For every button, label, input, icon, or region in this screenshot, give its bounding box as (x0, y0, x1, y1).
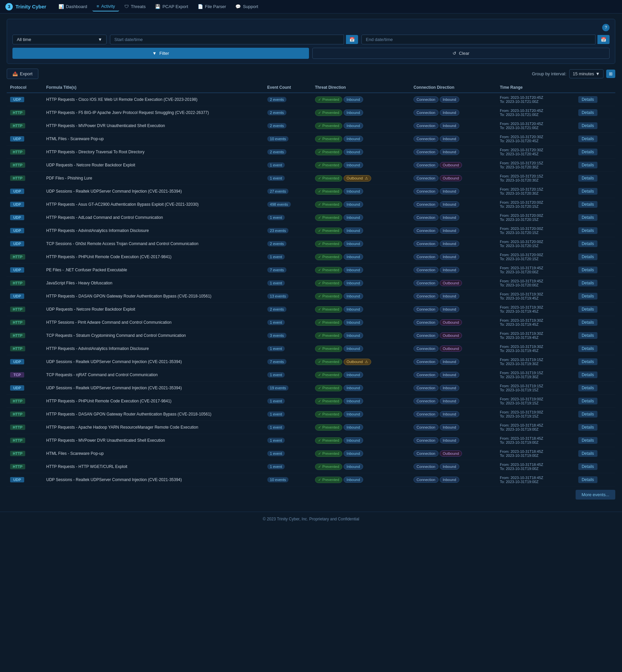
details-button[interactable]: Details (578, 267, 597, 273)
details-button[interactable]: Details (578, 411, 597, 418)
threat-direction-group: ✓ PreventedOutbound ⚠ (315, 359, 407, 365)
details-button[interactable]: Details (578, 319, 597, 326)
grid-view-button[interactable]: ⊞ (606, 70, 615, 78)
cell-event-count: 1 event (264, 421, 312, 434)
details-button[interactable]: Details (578, 372, 597, 378)
details-button[interactable]: Details (578, 109, 597, 116)
nav-item-dashboard[interactable]: 📊 Dashboard (55, 2, 92, 11)
prevented-badge: ✓ Prevented (315, 477, 342, 483)
details-button[interactable]: Details (578, 122, 597, 129)
details-button[interactable]: Details (578, 306, 597, 313)
cell-event-count: 23 events (264, 224, 312, 237)
export-button[interactable]: 📤 Export (7, 69, 38, 79)
details-button[interactable]: Details (578, 385, 597, 391)
nav-item-pcap-export[interactable]: 💾 PCAP Export (151, 2, 192, 11)
filter-row-top: ? (12, 24, 610, 31)
details-button[interactable]: Details (578, 96, 597, 103)
details-button[interactable]: Details (578, 476, 597, 483)
logo-icon: 3 (5, 3, 13, 10)
more-events-button[interactable]: More events... (576, 490, 615, 500)
start-date-input[interactable]: Start date/time (110, 35, 344, 44)
page-footer: © 2023 Trinity Cyber, Inc. Proprietary a… (0, 511, 622, 526)
cell-formula: HTTP Requests - AdvinstAnalytics Informa… (43, 342, 264, 355)
nav-item-file-parser[interactable]: 📄 File Parser (194, 2, 230, 11)
protocol-badge: HTTP (10, 175, 25, 181)
prevented-badge: ✓ Prevented (315, 385, 342, 391)
cell-protocol: UDP (7, 355, 43, 368)
details-button[interactable]: Details (578, 450, 597, 457)
details-button[interactable]: Details (578, 201, 597, 208)
cell-details: Details (575, 159, 615, 172)
details-button[interactable]: Details (578, 188, 597, 194)
cell-connection-direction: ConnectionInbound (410, 434, 496, 447)
details-button[interactable]: Details (578, 345, 597, 352)
details-button[interactable]: Details (578, 136, 597, 142)
event-count-badge: 1 event (267, 425, 285, 430)
cell-formula: HTTP Requests - MVPower DVR Unauthentica… (43, 434, 264, 447)
details-button[interactable]: Details (578, 332, 597, 339)
threat-direction-group: ✓ PreventedOutbound ⚠ (315, 175, 407, 181)
threat-direction-group: ✓ PreventedInbound (315, 451, 407, 457)
connection-direction-group: ConnectionInbound (414, 359, 493, 365)
start-date-calendar-icon[interactable]: 📅 (346, 35, 358, 44)
details-button[interactable]: Details (578, 162, 597, 168)
time-range-select[interactable]: All time ▼ (12, 35, 107, 44)
connection-dir-badge: Inbound (440, 201, 459, 207)
cell-event-count: 7 events (264, 263, 312, 277)
details-button[interactable]: Details (578, 437, 597, 444)
connection-dir-badge: Inbound (440, 293, 459, 299)
cell-details: Details (575, 460, 615, 473)
clear-button[interactable]: ↺ Clear (312, 48, 610, 59)
nav-item-threats[interactable]: 🛡 Threats (120, 2, 150, 11)
end-date-input[interactable]: End date/time (361, 35, 595, 44)
details-button[interactable]: Details (578, 149, 597, 155)
nav-item-support[interactable]: 💬 Support (231, 2, 262, 11)
end-date-calendar-icon[interactable]: 📅 (597, 35, 610, 44)
export-icon: 📤 (12, 71, 18, 76)
nav-item-activity[interactable]: ≡ Activity (93, 2, 119, 11)
cell-event-count: 1 event (264, 408, 312, 421)
prevented-badge: ✓ Prevented (315, 241, 342, 247)
connection-dir-badge: Inbound (440, 110, 459, 116)
col-event-count: Event Count (264, 82, 312, 93)
protocol-badge: HTTP (10, 425, 25, 430)
details-button[interactable]: Details (578, 253, 597, 260)
time-range-value: From: 2023-10-31T20:45ZTo: 2023-10-31T21… (500, 122, 572, 130)
cell-protocol: HTTP (7, 119, 43, 133)
cell-event-count: 1 event (264, 277, 312, 290)
cell-threat-direction: ✓ PreventedInbound (312, 460, 410, 473)
details-button[interactable]: Details (578, 358, 597, 365)
time-range-value: From: 2023-10-31T20:00ZTo: 2023-10-31T20… (500, 226, 572, 235)
cell-details: Details (575, 224, 615, 237)
cell-threat-direction: ✓ PreventedOutbound ⚠ (312, 172, 410, 185)
details-button[interactable]: Details (578, 280, 597, 286)
prevented-badge: ✓ Prevented (315, 227, 342, 234)
threat-direction-group: ✓ PreventedInbound (315, 280, 407, 286)
details-button[interactable]: Details (578, 463, 597, 470)
details-button[interactable]: Details (578, 175, 597, 181)
cell-formula: HTTP Requests - DASAN GPON Gateway Route… (43, 290, 264, 303)
group-by-select[interactable]: 15 minutes ▼ (569, 69, 603, 78)
connection-dir-badge: Outbound (440, 280, 462, 286)
cell-time-range: From: 2023-10-31T19:00ZTo: 2023-10-31T19… (496, 408, 575, 421)
threat-direction-group: ✓ PreventedInbound (315, 464, 407, 470)
cell-threat-direction: ✓ PreventedInbound (312, 237, 410, 250)
details-button[interactable]: Details (578, 214, 597, 221)
prevented-badge: ✓ Prevented (315, 437, 342, 444)
filter-button[interactable]: ▼ Filter (12, 48, 309, 59)
cell-connection-direction: ConnectionInbound (410, 133, 496, 146)
connection-direction-group: ConnectionOutbound (414, 451, 493, 457)
details-button[interactable]: Details (578, 398, 597, 404)
details-button[interactable]: Details (578, 227, 597, 234)
threat-dir-badge: Outbound ⚠ (344, 175, 371, 181)
cell-connection-direction: ConnectionInbound (410, 237, 496, 250)
cell-details: Details (575, 434, 615, 447)
details-button[interactable]: Details (578, 424, 597, 431)
details-button[interactable]: Details (578, 293, 597, 299)
help-button[interactable]: ? (602, 24, 610, 31)
event-count-badge: 13 events (267, 293, 289, 299)
details-button[interactable]: Details (578, 240, 597, 247)
cell-connection-direction: ConnectionInbound (410, 224, 496, 237)
cell-time-range: From: 2023-10-31T19:30ZTo: 2023-10-31T19… (496, 316, 575, 329)
threat-direction-group: ✓ PreventedInbound (315, 110, 407, 116)
